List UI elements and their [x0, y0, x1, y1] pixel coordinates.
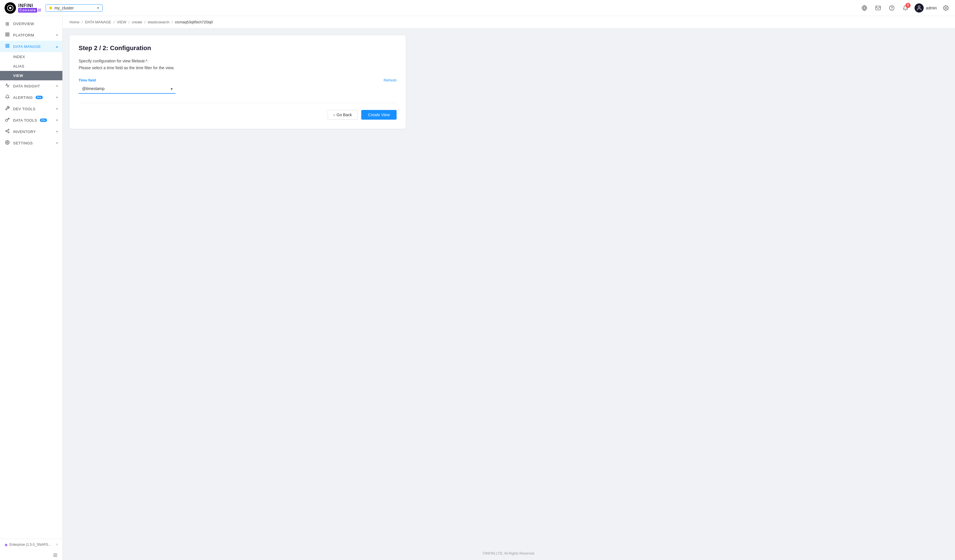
nav-left: INFINI Console /// my_cluster ▾ — [5, 2, 103, 14]
sidebar-item-inventory[interactable]: INVENTORY ▾ — [0, 126, 63, 137]
top-navigation: INFINI Console /// my_cluster ▾ — [0, 0, 955, 16]
breadcrumb-sep-3: / — [128, 20, 130, 24]
breadcrumb-sep-4: / — [144, 20, 146, 24]
overview-icon: ⊞ — [5, 21, 10, 27]
page-content-area: Step 2 / 2: Configuration Specify config… — [63, 28, 955, 547]
platform-chevron-icon: ▾ — [56, 33, 58, 37]
page-footer: ©INFINI.LTD, All Rights Reserved. — [63, 547, 955, 560]
language-icon[interactable] — [860, 3, 869, 13]
admin-name-label: admin — [926, 6, 937, 10]
sidebar-item-data-insight[interactable]: DATA INSIGHT ▾ — [0, 80, 63, 92]
view-label: VIEW — [13, 74, 23, 78]
inventory-label: INVENTORY — [13, 130, 36, 134]
platform-icon — [5, 32, 10, 38]
svg-rect-2 — [876, 6, 881, 10]
time-field-select[interactable]: @timestamp _index _type _id _score — [78, 84, 175, 94]
action-buttons: ‹ Go Back Create View — [78, 110, 396, 120]
inventory-chevron-icon: ▾ — [56, 130, 58, 134]
index-label: INDEX — [13, 55, 25, 59]
admin-menu[interactable]: admin — [914, 3, 937, 13]
main-content: Home / DATA MANAGE / VIEW / create / ela… — [63, 16, 955, 560]
logo-text: INFINI Console /// — [18, 3, 41, 13]
sidebar-item-dev-tools[interactable]: DEV TOOLS ▾ — [0, 103, 63, 114]
sidebar-sub-item-index[interactable]: INDEX — [0, 52, 63, 61]
settings-chevron-icon: ▾ — [56, 141, 58, 145]
svg-rect-9 — [6, 35, 7, 36]
step-description-2: Please select a time field as the time f… — [78, 66, 396, 70]
help-icon[interactable] — [887, 3, 896, 13]
svg-point-16 — [8, 132, 9, 133]
sidebar-item-overview[interactable]: ⊞ OVERVIEW — [0, 18, 63, 29]
svg-line-17 — [7, 131, 8, 132]
sidebar-footer-arrow-icon: > — [56, 543, 58, 547]
admin-avatar-icon — [914, 3, 924, 13]
breadcrumb-view[interactable]: VIEW — [117, 20, 126, 24]
svg-rect-11 — [6, 44, 9, 45]
refresh-button[interactable]: Refresh — [384, 78, 396, 82]
data-insight-label: DATA INSIGHT — [13, 84, 40, 88]
nav-right: 9 admin — [860, 3, 950, 13]
sidebar-item-data-tools[interactable]: DATA TOOLS Pro ▾ — [0, 114, 63, 126]
svg-point-5 — [918, 6, 920, 8]
data-manage-label: DATA MANAGE — [13, 44, 41, 49]
breadcrumb-home[interactable]: Home — [69, 20, 80, 24]
breadcrumb-data-manage[interactable]: DATA MANAGE — [85, 20, 111, 24]
data-tools-label: DATA TOOLS — [13, 118, 37, 122]
breadcrumb-sep-5: / — [172, 20, 173, 24]
time-field-section: Time field Refresh @timestamp _index _ty… — [78, 78, 396, 94]
alerting-pro-badge: Pro — [36, 96, 43, 99]
logo-console-label: Console — [18, 8, 37, 13]
sidebar-item-settings[interactable]: SETTINGS ▾ — [0, 137, 63, 149]
svg-line-18 — [7, 130, 8, 131]
platform-label: PLATFORM — [13, 33, 34, 37]
cluster-selector[interactable]: my_cluster ▾ — [45, 4, 103, 12]
sidebar-footer[interactable]: ◈ Enterprise (1.5.0_SNAPS... > — [0, 539, 63, 550]
breadcrumb-id: cicmaq53q95ich72l3q0 — [175, 20, 213, 24]
data-manage-chevron-icon: ▴ — [56, 44, 58, 48]
breadcrumb-sep-2: / — [113, 20, 114, 24]
alerting-icon — [5, 95, 10, 100]
notification-icon[interactable]: 9 — [901, 3, 910, 13]
dev-tools-icon — [5, 106, 10, 112]
go-back-button[interactable]: ‹ Go Back — [328, 110, 358, 120]
inventory-icon — [5, 129, 10, 135]
enterprise-icon: ◈ — [5, 542, 8, 547]
settings-nav-icon — [5, 140, 10, 146]
sidebar-item-data-manage[interactable]: DATA MANAGE ▴ — [0, 41, 63, 52]
data-manage-icon — [5, 44, 10, 49]
cluster-dropdown-icon: ▾ — [97, 6, 99, 10]
go-back-arrow-icon: ‹ — [333, 113, 335, 117]
field-header: Time field Refresh — [78, 78, 396, 82]
section-divider — [78, 103, 396, 103]
breadcrumb-elasticsearch[interactable]: elasticsearch — [148, 20, 169, 24]
sidebar-item-alerting[interactable]: ALERTING Pro ▾ — [0, 92, 63, 103]
sidebar-collapse-button[interactable] — [0, 550, 63, 560]
sidebar-nav: ⊞ OVERVIEW PLATFORM ▾ — [0, 16, 63, 539]
dev-tools-label: DEV TOOLS — [13, 107, 35, 111]
footer-text: ©INFINI.LTD, All Rights Reserved. — [483, 551, 535, 555]
sidebar-item-platform[interactable]: PLATFORM ▾ — [0, 29, 63, 41]
breadcrumb: Home / DATA MANAGE / VIEW / create / ela… — [63, 16, 955, 28]
cluster-status-dot — [49, 6, 52, 9]
svg-rect-12 — [6, 45, 9, 47]
svg-rect-8 — [8, 33, 9, 34]
logo-infini-label: INFINI — [18, 3, 41, 8]
svg-point-19 — [7, 142, 8, 143]
step-description-1: Specify configuration for view filebeat-… — [78, 59, 396, 63]
sidebar-sub-item-alias[interactable]: ALIAS — [0, 61, 63, 71]
app-body: ⊞ OVERVIEW PLATFORM ▾ — [0, 16, 955, 560]
notification-count: 9 — [905, 3, 911, 8]
data-tools-chevron-icon: ▾ — [56, 118, 58, 122]
svg-point-4 — [891, 9, 892, 9]
breadcrumb-create[interactable]: create — [132, 20, 142, 24]
logo-lines-icon: /// — [38, 8, 41, 13]
create-view-button[interactable]: Create View — [361, 110, 396, 120]
alias-label: ALIAS — [13, 64, 24, 68]
settings-label: SETTINGS — [13, 141, 33, 145]
overview-label: OVERVIEW — [13, 22, 34, 26]
mail-icon[interactable] — [874, 3, 883, 13]
top-settings-icon[interactable] — [941, 3, 950, 13]
svg-point-6 — [945, 7, 947, 9]
logo: INFINI Console /// — [5, 2, 41, 14]
sidebar-sub-item-view[interactable]: VIEW — [0, 71, 63, 80]
